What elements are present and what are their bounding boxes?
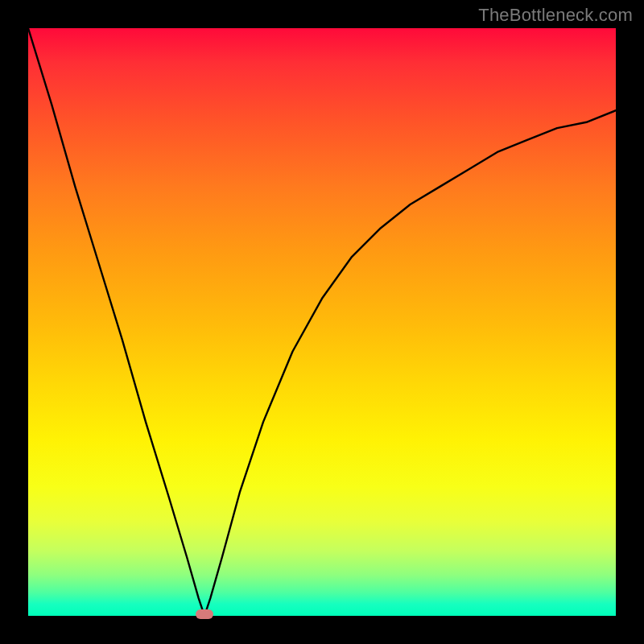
plot-area [28, 28, 616, 616]
bottleneck-curve [28, 28, 616, 616]
chart-frame: TheBottleneck.com [0, 0, 644, 644]
watermark-text: TheBottleneck.com [478, 5, 633, 26]
optimum-marker [196, 609, 213, 619]
